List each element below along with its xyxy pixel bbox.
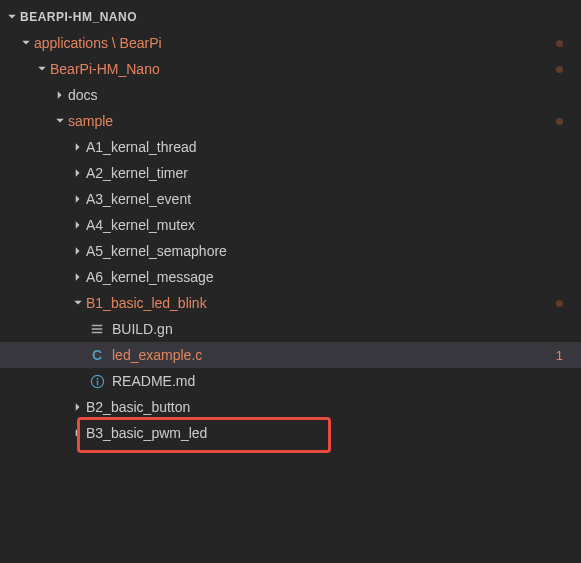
file-led-example[interactable]: C led_example.c 1 xyxy=(0,342,581,368)
folder-docs[interactable]: docs xyxy=(0,82,581,108)
folder-a1[interactable]: A1_kernal_thread xyxy=(0,134,581,160)
folder-a4[interactable]: A4_kernel_mutex xyxy=(0,212,581,238)
chevron-right-icon xyxy=(70,139,86,155)
chevron-down-icon xyxy=(70,295,86,311)
folder-label: A2_kernel_timer xyxy=(86,165,188,181)
file-readme[interactable]: README.md xyxy=(0,368,581,394)
problems-badge: 1 xyxy=(556,348,563,363)
chevron-right-icon xyxy=(70,243,86,259)
folder-bearpi-nano[interactable]: BearPi-HM_Nano xyxy=(0,56,581,82)
folder-a3[interactable]: A3_kernel_event xyxy=(0,186,581,212)
folder-label: B1_basic_led_blink xyxy=(86,295,207,311)
chevron-down-icon xyxy=(52,113,68,129)
folder-sample[interactable]: sample xyxy=(0,108,581,134)
modified-dot-icon xyxy=(556,118,563,125)
folder-label: sample xyxy=(68,113,113,129)
folder-label: applications \ BearPi xyxy=(34,35,162,51)
chevron-right-icon xyxy=(52,87,68,103)
folder-b2[interactable]: B2_basic_button xyxy=(0,394,581,420)
file-build-gn[interactable]: BUILD.gn xyxy=(0,316,581,342)
folder-label: A5_kernel_semaphore xyxy=(86,243,227,259)
explorer-header[interactable]: BEARPI-HM_NANO xyxy=(0,4,581,30)
file-label: BUILD.gn xyxy=(112,321,173,337)
folder-b1[interactable]: B1_basic_led_blink xyxy=(0,290,581,316)
chevron-right-icon xyxy=(70,191,86,207)
info-file-icon xyxy=(88,372,106,390)
modified-dot-icon xyxy=(556,300,563,307)
chevron-right-icon xyxy=(70,217,86,233)
folder-label: BearPi-HM_Nano xyxy=(50,61,160,77)
file-label: README.md xyxy=(112,373,195,389)
folder-label: B3_basic_pwm_led xyxy=(86,425,207,441)
file-explorer-tree: BEARPI-HM_NANO applications \ BearPi Bea… xyxy=(0,0,581,446)
folder-label: A3_kernel_event xyxy=(86,191,191,207)
c-file-icon: C xyxy=(88,346,106,364)
svg-point-1 xyxy=(96,377,98,379)
file-label: led_example.c xyxy=(112,347,202,363)
folder-label: A1_kernal_thread xyxy=(86,139,197,155)
chevron-right-icon xyxy=(70,165,86,181)
folder-label: docs xyxy=(68,87,98,103)
settings-file-icon xyxy=(88,320,106,338)
chevron-down-icon xyxy=(4,9,20,25)
folder-label: B2_basic_button xyxy=(86,399,190,415)
chevron-right-icon xyxy=(70,425,86,441)
chevron-down-icon xyxy=(18,35,34,51)
folder-label: A4_kernel_mutex xyxy=(86,217,195,233)
folder-a2[interactable]: A2_kernel_timer xyxy=(0,160,581,186)
folder-a5[interactable]: A5_kernel_semaphore xyxy=(0,238,581,264)
chevron-right-icon xyxy=(70,269,86,285)
folder-b3[interactable]: B3_basic_pwm_led xyxy=(0,420,581,446)
chevron-right-icon xyxy=(70,399,86,415)
modified-dot-icon xyxy=(556,66,563,73)
chevron-down-icon xyxy=(34,61,50,77)
svg-rect-2 xyxy=(96,380,98,385)
folder-label: A6_kernel_message xyxy=(86,269,214,285)
modified-dot-icon xyxy=(556,40,563,47)
header-title: BEARPI-HM_NANO xyxy=(20,10,137,24)
folder-applications[interactable]: applications \ BearPi xyxy=(0,30,581,56)
folder-a6[interactable]: A6_kernel_message xyxy=(0,264,581,290)
